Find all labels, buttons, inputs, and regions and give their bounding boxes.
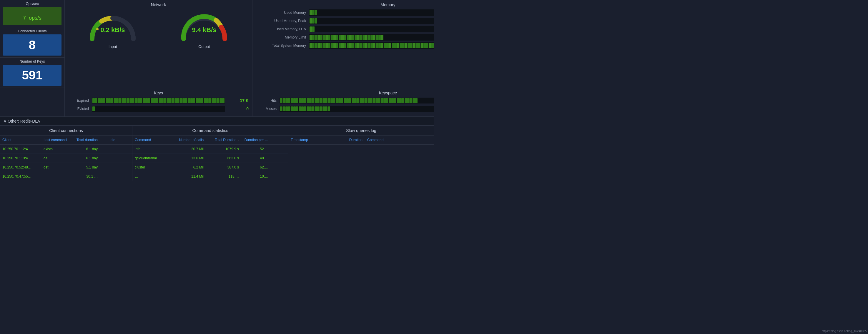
bar-segment [336, 98, 338, 103]
td-client: 10.250.70.112:4… [0, 146, 41, 152]
table-row[interactable]: 10.250.70.112:4… exists 6.1 day [0, 145, 132, 154]
table-row[interactable]: qcloudinternai… 13.6 Mil 663.0 s 48.… [132, 154, 288, 163]
bar-segment [370, 43, 373, 48]
bar-segment [310, 27, 312, 32]
memory-bar [309, 34, 434, 41]
bar-segment [129, 98, 132, 103]
input-label: Input [108, 44, 117, 49]
clients-value: 8 [3, 34, 62, 56]
keys-row: Evicted 0 [68, 106, 249, 112]
bar-multi [310, 43, 434, 48]
th-timestamp[interactable]: Timestamp [288, 137, 335, 143]
bar-segment [354, 43, 357, 48]
th-total-dur[interactable]: Total Duration ↓ [206, 137, 241, 143]
table-row[interactable]: 10.250.70.52:48… get 5.1 day [0, 163, 132, 172]
bar-segment [349, 98, 351, 103]
bar-segment [98, 98, 100, 103]
bar-segment [175, 98, 177, 103]
bar-segment [92, 98, 95, 103]
bar-segment [354, 98, 356, 103]
td-client: 10.250.70.47:55… [0, 173, 41, 180]
bar-multi [310, 27, 314, 32]
bar-segment [397, 98, 399, 103]
bottom-panels: Client connections Client Last command T… [0, 126, 434, 181]
client-connections-title: Client connections [0, 126, 132, 136]
bar-segment [137, 98, 140, 103]
bar-segment [92, 106, 95, 111]
bar-segment [415, 98, 417, 103]
td-calls: 20.7 Mil [175, 146, 206, 152]
slow-queries-title: Slow queries log [288, 126, 434, 136]
memory-row-label: Used Memory, Peak [256, 19, 309, 23]
td-dur-per: 62.… [241, 164, 271, 170]
slow-queries-panel: Slow queries log Timestamp Duration Comm… [288, 126, 434, 181]
td-client: 10.250.70.52:48… [0, 164, 41, 170]
command-stats-title: Command statistics [132, 126, 288, 136]
input-gauge-svg: 0.2 kB/s [86, 11, 139, 43]
bar-segment [322, 98, 325, 103]
ops-unit: ops/s [29, 15, 41, 21]
table-row[interactable]: … 11.4 Mil 118.… 10.… [132, 172, 288, 181]
bar-segment [108, 98, 111, 103]
td-total-dur: 6.1 day [71, 155, 100, 161]
bar-segment [323, 35, 325, 40]
bar-segment [410, 98, 412, 103]
ops-number: 7 [23, 15, 26, 21]
bar-segment [293, 98, 296, 103]
table-row[interactable]: info 20.7 Mil 1079.9 s 52.… [132, 145, 288, 154]
bar-segment [352, 43, 354, 48]
bar-segment [410, 43, 412, 48]
td-last-cmd: del [41, 155, 71, 161]
bar-segment [328, 35, 331, 40]
bar-segment [307, 106, 309, 111]
bar-segment [312, 106, 314, 111]
bar-segment [341, 43, 344, 48]
th-idle[interactable]: Idle [100, 137, 118, 143]
bar-multi [280, 106, 330, 111]
bar-segment [193, 98, 195, 103]
bar-segment [360, 43, 362, 48]
th-client[interactable]: Client [0, 137, 41, 143]
bar-segment [391, 98, 394, 103]
bar-segment [365, 35, 368, 40]
bar-segment [394, 98, 396, 103]
bar-segment [347, 35, 349, 40]
ops-value: 7 ops/s [3, 7, 62, 25]
td-calls: 6.2 Mil [175, 164, 206, 170]
keys-row-label: Evicted [68, 107, 92, 111]
bar-segment [312, 43, 314, 48]
memory-bar [309, 42, 434, 49]
th-total-duration[interactable]: Total duration [71, 137, 100, 143]
input-gauge: 0.2 kB/s Input [86, 11, 139, 49]
output-gauge-svg: 9.4 kB/s [178, 11, 231, 43]
bar-segment [285, 106, 288, 111]
table-row[interactable]: 10.250.70.113:4… del 6.1 day [0, 154, 132, 163]
table-row[interactable]: cluster 6.2 Mil 387.0 s 62.… [132, 163, 288, 172]
th-command[interactable]: Command [132, 137, 175, 143]
td-dur-per: 10.… [241, 173, 271, 180]
th-sq-command[interactable]: Command [365, 137, 434, 143]
th-last-command[interactable]: Last command [41, 137, 71, 143]
cc-rows: 10.250.70.112:4… exists 6.1 day 10.250.7… [0, 145, 132, 181]
th-dur-per[interactable]: Duration per … [241, 137, 271, 143]
bar-segment [212, 98, 214, 103]
keys-row-value: 0 [225, 106, 249, 111]
bar-segment [402, 43, 405, 48]
section-header[interactable]: ∨ Other: Redis-DEV [0, 117, 434, 126]
bar-segment [222, 98, 224, 103]
bar-segment [314, 98, 317, 103]
client-connections-header: Client Last command Total duration Idle [0, 136, 132, 145]
td-last-cmd: get [41, 164, 71, 170]
td-last-cmd: exists [41, 146, 71, 152]
td-cmd: … [132, 173, 175, 180]
th-duration[interactable]: Duration [335, 137, 365, 143]
keys-row: Expired 17 K [68, 98, 249, 103]
bar-segment [357, 98, 359, 103]
bar-segment [151, 98, 153, 103]
bar-segment [214, 98, 217, 103]
table-row[interactable]: 10.250.70.47:55… 30.1 … [0, 172, 132, 181]
bar-segment [354, 35, 357, 40]
bar-segment [105, 98, 108, 103]
bar-segment [386, 98, 389, 103]
th-num-calls[interactable]: Number of calls [175, 137, 206, 143]
